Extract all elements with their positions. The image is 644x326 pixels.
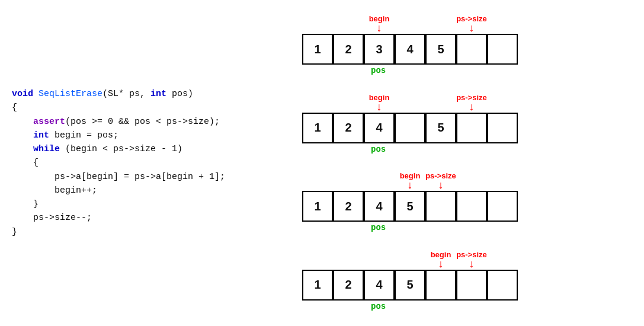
cell-diag3-2: 4 [364,191,395,222]
arrow-row-diag1: begin↓ps->size↓ [302,12,518,34]
arrow-label-ps__size: ps->size↓ [425,171,456,191]
cell-diag1-4: 5 [425,34,456,65]
code-line-line8: begin++; [12,184,278,197]
code-line-line2: { [12,101,278,114]
arrow-label-begin: begin↓ [400,171,421,191]
arrow-label-ps__size: ps->size↓ [456,93,487,113]
cell-diag2-6: · [487,113,518,143]
cell-diag1-6: · [487,34,518,65]
arrow-row-diag3: begin↓ps->size↓ [302,170,518,191]
arrow-label-ps__size: ps->size↓ [456,14,487,34]
cell-diag4-4: · [425,270,456,301]
cell-diag2-1: 2 [333,113,364,143]
code-line-line9: } [12,197,278,211]
code-line-line11: ps->size--; [12,211,278,225]
diagram-group-diag1: begin↓ps->size↓12345··pos [302,12,518,75]
cell-diag3-5: · [456,191,487,222]
cell-diag3-0: 1 [302,191,333,222]
cell-diag2-0: 1 [302,113,333,143]
pos-row-diag1: pos [302,65,518,75]
cell-diag2-5: · [456,113,487,143]
pos-row-diag2: pos [302,143,518,154]
pos-label-diag3: pos [371,223,386,232]
cell-diag2-2: 4 [364,113,395,143]
arrow-label-begin: begin↓ [369,14,390,34]
arrow-label-ps__size: ps->size↓ [456,250,487,270]
cell-diag3-4: · [425,191,456,222]
cell-diag1-0: 1 [302,34,333,65]
cell-diag3-1: 2 [333,191,364,222]
array-row-diag2: 124·5·· [302,113,518,143]
cell-diag4-2: 4 [364,270,395,301]
array-row-diag1: 12345·· [302,34,518,65]
cell-diag1-5: · [456,34,487,65]
code-line-line6: { [12,156,278,170]
array-row-diag4: 1245··· [302,270,518,301]
cell-diag1-2: 3 [364,34,395,65]
diagram-group-diag3: begin↓ps->size↓1245···pos [302,170,518,232]
diagram-group-diag4: begin↓ps->size↓1245···pos [302,248,518,311]
arrow-row-diag2: begin↓ps->size↓ [302,91,518,113]
code-line-line4: int begin = pos; [12,129,278,142]
cell-diag2-4: 5 [425,113,456,143]
code-line-line5: while (begin < ps->size - 1) [12,142,278,156]
array-row-diag3: 1245··· [302,191,518,222]
diagram-panel: begin↓ps->size↓12345··posbegin↓ps->size↓… [284,0,644,326]
cell-diag1-1: 2 [333,34,364,65]
code-panel: void SeqListErase(SL* ps, int pos){ asse… [0,0,284,326]
cell-diag1-3: 4 [395,34,425,65]
cell-diag4-3: 5 [395,270,425,301]
cell-diag4-6: · [487,270,518,301]
cell-diag3-6: · [487,191,518,222]
code-line-line7: ps->a[begin] = ps->a[begin + 1]; [12,170,278,184]
cell-diag2-3: · [395,113,425,143]
arrow-row-diag4: begin↓ps->size↓ [302,248,518,270]
diagram-group-diag2: begin↓ps->size↓124·5··pos [302,91,518,154]
cell-diag4-1: 2 [333,270,364,301]
cell-diag4-0: 1 [302,270,333,301]
arrow-label-begin: begin↓ [369,93,390,113]
code-line-line1: void SeqListErase(SL* ps, int pos) [12,87,278,101]
pos-row-diag3: pos [302,222,518,232]
cell-diag3-3: 5 [395,191,425,222]
pos-label-diag1: pos [371,66,386,75]
code-line-line12: } [12,225,278,239]
pos-row-diag4: pos [302,301,518,311]
arrow-label-begin: begin↓ [431,250,451,270]
cell-diag4-5: · [456,270,487,301]
pos-label-diag2: pos [371,145,386,154]
pos-label-diag4: pos [371,302,386,311]
code-line-line3: assert(pos >= 0 && pos < ps->size); [12,115,278,129]
